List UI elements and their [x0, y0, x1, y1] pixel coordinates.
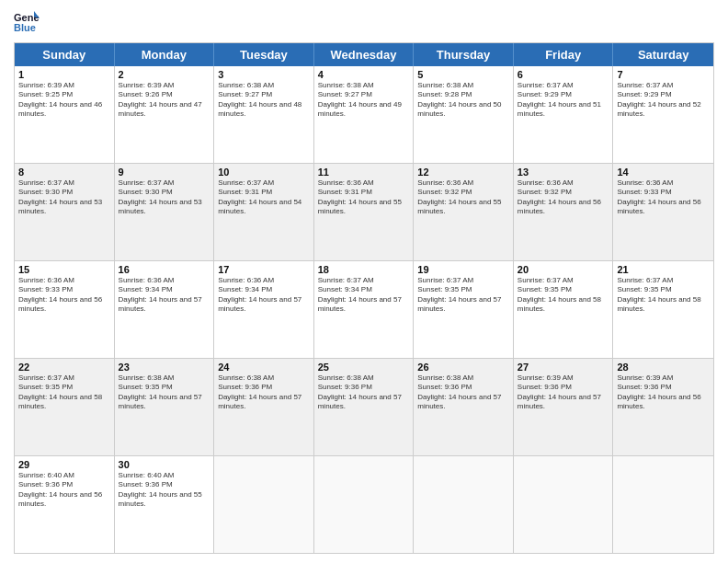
calendar-cell [214, 456, 314, 553]
calendar-cell: 14Sunrise: 6:36 AM Sunset: 9:33 PM Dayli… [613, 164, 713, 260]
day-info: Sunrise: 6:36 AM Sunset: 9:32 PM Dayligh… [518, 178, 609, 217]
day-number: 24 [218, 362, 310, 373]
day-info: Sunrise: 6:40 AM Sunset: 9:36 PM Dayligh… [18, 471, 110, 510]
day-number: 1 [18, 69, 110, 80]
calendar-cell: 10Sunrise: 6:37 AM Sunset: 9:31 PM Dayli… [214, 164, 314, 260]
day-number: 19 [417, 264, 509, 275]
day-info: Sunrise: 6:36 AM Sunset: 9:34 PM Dayligh… [119, 276, 210, 315]
day-info: Sunrise: 6:38 AM Sunset: 9:27 PM Dayligh… [318, 81, 410, 120]
calendar-cell [514, 456, 614, 553]
calendar-header: SundayMondayTuesdayWednesdayThursdayFrid… [15, 43, 713, 66]
calendar-cell: 30Sunrise: 6:40 AM Sunset: 9:36 PM Dayli… [115, 456, 215, 553]
day-number: 28 [617, 362, 710, 373]
calendar-cell: 16Sunrise: 6:36 AM Sunset: 9:34 PM Dayli… [115, 261, 215, 358]
day-info: Sunrise: 6:39 AM Sunset: 9:36 PM Dayligh… [518, 373, 609, 412]
day-info: Sunrise: 6:36 AM Sunset: 9:33 PM Dayligh… [617, 178, 710, 217]
day-number: 30 [119, 459, 210, 470]
day-info: Sunrise: 6:37 AM Sunset: 9:35 PM Dayligh… [518, 276, 609, 315]
calendar-row: 29Sunrise: 6:40 AM Sunset: 9:36 PM Dayli… [15, 456, 713, 553]
weekday-header: Thursday [414, 43, 514, 66]
calendar-cell [314, 456, 415, 553]
calendar-cell: 2Sunrise: 6:39 AM Sunset: 9:26 PM Daylig… [115, 66, 215, 163]
day-info: Sunrise: 6:36 AM Sunset: 9:31 PM Dayligh… [318, 178, 410, 217]
day-info: Sunrise: 6:39 AM Sunset: 9:26 PM Dayligh… [119, 81, 210, 120]
day-number: 13 [518, 167, 609, 178]
calendar-cell: 29Sunrise: 6:40 AM Sunset: 9:36 PM Dayli… [15, 456, 115, 553]
day-number: 6 [518, 69, 609, 80]
calendar-cell: 25Sunrise: 6:38 AM Sunset: 9:36 PM Dayli… [314, 359, 415, 455]
day-number: 3 [218, 69, 310, 80]
calendar-cell: 13Sunrise: 6:36 AM Sunset: 9:32 PM Dayli… [514, 164, 614, 260]
day-info: Sunrise: 6:36 AM Sunset: 9:32 PM Dayligh… [417, 178, 509, 217]
day-info: Sunrise: 6:37 AM Sunset: 9:31 PM Dayligh… [218, 178, 310, 217]
day-info: Sunrise: 6:37 AM Sunset: 9:34 PM Dayligh… [318, 276, 410, 315]
day-number: 20 [518, 264, 609, 275]
day-number: 4 [318, 69, 410, 80]
day-number: 9 [119, 167, 210, 178]
day-info: Sunrise: 6:36 AM Sunset: 9:33 PM Dayligh… [18, 276, 110, 315]
svg-text:Blue: Blue [14, 22, 36, 33]
day-info: Sunrise: 6:37 AM Sunset: 9:29 PM Dayligh… [518, 81, 609, 120]
calendar-cell: 12Sunrise: 6:36 AM Sunset: 9:32 PM Dayli… [414, 164, 514, 260]
day-number: 10 [218, 167, 310, 178]
calendar-cell: 27Sunrise: 6:39 AM Sunset: 9:36 PM Dayli… [514, 359, 614, 455]
logo-icon: General Blue [14, 9, 40, 35]
weekday-header: Friday [514, 43, 614, 66]
day-info: Sunrise: 6:36 AM Sunset: 9:34 PM Dayligh… [218, 276, 310, 315]
day-info: Sunrise: 6:37 AM Sunset: 9:35 PM Dayligh… [617, 276, 710, 315]
day-number: 11 [318, 167, 410, 178]
day-number: 22 [18, 362, 110, 373]
day-number: 25 [318, 362, 410, 373]
day-number: 8 [18, 167, 110, 178]
day-info: Sunrise: 6:39 AM Sunset: 9:36 PM Dayligh… [617, 373, 710, 412]
calendar-cell: 6Sunrise: 6:37 AM Sunset: 9:29 PM Daylig… [514, 66, 614, 163]
weekday-header: Saturday [613, 43, 713, 66]
day-info: Sunrise: 6:38 AM Sunset: 9:36 PM Dayligh… [417, 373, 509, 412]
calendar-cell: 7Sunrise: 6:37 AM Sunset: 9:29 PM Daylig… [613, 66, 713, 163]
day-number: 29 [18, 459, 110, 470]
day-number: 18 [318, 264, 410, 275]
weekday-header: Wednesday [314, 43, 415, 66]
calendar-row: 15Sunrise: 6:36 AM Sunset: 9:33 PM Dayli… [15, 261, 713, 359]
calendar-cell: 23Sunrise: 6:38 AM Sunset: 9:35 PM Dayli… [115, 359, 215, 455]
day-info: Sunrise: 6:38 AM Sunset: 9:28 PM Dayligh… [417, 81, 509, 120]
calendar-cell: 8Sunrise: 6:37 AM Sunset: 9:30 PM Daylig… [15, 164, 115, 260]
calendar-cell: 18Sunrise: 6:37 AM Sunset: 9:34 PM Dayli… [314, 261, 415, 358]
day-info: Sunrise: 6:37 AM Sunset: 9:30 PM Dayligh… [18, 178, 110, 217]
day-info: Sunrise: 6:38 AM Sunset: 9:36 PM Dayligh… [218, 373, 310, 412]
logo: General Blue [14, 9, 43, 35]
day-info: Sunrise: 6:39 AM Sunset: 9:25 PM Dayligh… [18, 81, 110, 120]
weekday-header: Sunday [15, 43, 115, 66]
day-info: Sunrise: 6:38 AM Sunset: 9:35 PM Dayligh… [119, 373, 210, 412]
calendar: SundayMondayTuesdayWednesdayThursdayFrid… [14, 42, 714, 554]
calendar-cell: 20Sunrise: 6:37 AM Sunset: 9:35 PM Dayli… [514, 261, 614, 358]
weekday-header: Monday [115, 43, 215, 66]
calendar-cell: 3Sunrise: 6:38 AM Sunset: 9:27 PM Daylig… [214, 66, 314, 163]
calendar-cell [613, 456, 713, 553]
day-number: 5 [417, 69, 509, 80]
header: General Blue [14, 9, 714, 35]
page: General Blue SundayMondayTuesdayWednesda… [0, 0, 728, 563]
day-number: 7 [617, 69, 710, 80]
calendar-cell: 5Sunrise: 6:38 AM Sunset: 9:28 PM Daylig… [414, 66, 514, 163]
calendar-cell: 4Sunrise: 6:38 AM Sunset: 9:27 PM Daylig… [314, 66, 415, 163]
calendar-row: 22Sunrise: 6:37 AM Sunset: 9:35 PM Dayli… [15, 359, 713, 456]
day-info: Sunrise: 6:37 AM Sunset: 9:29 PM Dayligh… [617, 81, 710, 120]
calendar-cell: 21Sunrise: 6:37 AM Sunset: 9:35 PM Dayli… [613, 261, 713, 358]
day-number: 26 [417, 362, 509, 373]
calendar-cell: 1Sunrise: 6:39 AM Sunset: 9:25 PM Daylig… [15, 66, 115, 163]
day-info: Sunrise: 6:38 AM Sunset: 9:36 PM Dayligh… [318, 373, 410, 412]
calendar-cell [414, 456, 514, 553]
day-info: Sunrise: 6:40 AM Sunset: 9:36 PM Dayligh… [119, 471, 210, 510]
day-info: Sunrise: 6:37 AM Sunset: 9:35 PM Dayligh… [417, 276, 509, 315]
calendar-cell: 24Sunrise: 6:38 AM Sunset: 9:36 PM Dayli… [214, 359, 314, 455]
calendar-body: 1Sunrise: 6:39 AM Sunset: 9:25 PM Daylig… [15, 66, 713, 553]
day-number: 27 [518, 362, 609, 373]
day-number: 16 [119, 264, 210, 275]
day-number: 2 [119, 69, 210, 80]
day-number: 14 [617, 167, 710, 178]
calendar-cell: 9Sunrise: 6:37 AM Sunset: 9:30 PM Daylig… [115, 164, 215, 260]
day-number: 23 [119, 362, 210, 373]
day-info: Sunrise: 6:37 AM Sunset: 9:30 PM Dayligh… [119, 178, 210, 217]
day-info: Sunrise: 6:37 AM Sunset: 9:35 PM Dayligh… [18, 373, 110, 412]
